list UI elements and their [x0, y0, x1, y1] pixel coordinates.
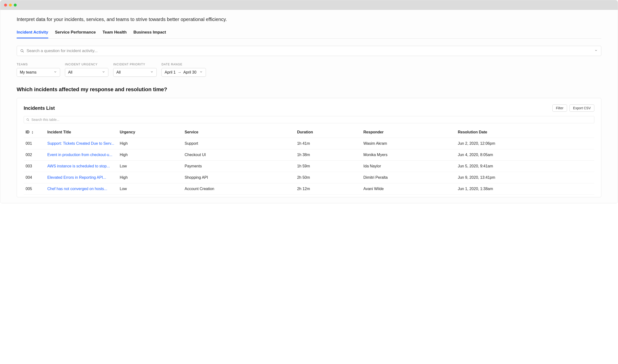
filter-button[interactable]: Filter: [552, 104, 567, 112]
col-resolution[interactable]: Resolution Date: [456, 127, 594, 138]
filter-daterange: DATE RANGE April 1 → April 30: [161, 63, 206, 77]
incidents-card: Incidents List Filter Export CSV ID ▲▼: [17, 98, 601, 197]
cell-title: Event in production from checkout-u...: [45, 149, 118, 161]
cell-title: Chef has not converged on hosts...: [45, 183, 118, 195]
col-id[interactable]: ID ▲▼: [24, 127, 45, 138]
page-subtitle: Interpret data for your incidents, servi…: [17, 17, 601, 22]
cell-title: Support: Tickets Created Due to Serv...: [45, 138, 118, 149]
svg-line-3: [28, 120, 29, 121]
section-title: Which incidents affected my response and…: [17, 86, 601, 93]
cell-id: 003: [24, 161, 45, 172]
filter-teams: TEAMS My teams: [17, 63, 60, 77]
table-row: 001Support: Tickets Created Due to Serv.…: [24, 138, 594, 149]
card-title: Incidents List: [24, 105, 55, 111]
chevron-down-icon: [150, 70, 154, 75]
urgency-dropdown[interactable]: All: [65, 68, 108, 77]
cell-service: Checkout UI: [183, 149, 295, 161]
titlebar: [0, 0, 618, 10]
cell-responder: Dimitri Peralta: [361, 172, 456, 183]
export-csv-button[interactable]: Export CSV: [569, 104, 594, 112]
table-row: 002Event in production from checkout-u..…: [24, 149, 594, 161]
cell-id: 004: [24, 172, 45, 183]
cell-duration: 1h 41m: [295, 138, 362, 149]
teams-dropdown[interactable]: My teams: [17, 68, 60, 77]
chevron-down-icon: [594, 49, 598, 53]
tab-incident-activity[interactable]: Incident Activity: [17, 28, 48, 38]
cell-responder: Wasim Akram: [361, 138, 456, 149]
card-header: Incidents List Filter Export CSV: [24, 104, 594, 112]
date-from: April 1: [165, 70, 175, 74]
incident-link[interactable]: Chef has not converged on hosts...: [47, 187, 107, 191]
col-responder[interactable]: Responder: [361, 127, 456, 138]
minimize-window-icon[interactable]: [9, 4, 12, 7]
dropdown-value: My teams: [20, 70, 37, 75]
filter-label: INCIDENT URGENCY: [65, 63, 108, 66]
filter-bar: TEAMS My teams INCIDENT URGENCY All INCI…: [17, 63, 601, 77]
window-controls: [4, 4, 17, 7]
question-search-input[interactable]: [27, 49, 594, 53]
cell-urgency: High: [118, 172, 183, 183]
chevron-down-icon: [102, 70, 105, 75]
table-row: 005Chef has not converged on hosts...Low…: [24, 183, 594, 195]
cell-urgency: High: [118, 138, 183, 149]
cell-resolution: Jun 5, 2020, 9:41am: [456, 161, 594, 172]
chevron-down-icon: [54, 70, 57, 75]
tab-bar: Incident Activity Service Performance Te…: [17, 28, 601, 39]
cell-urgency: Low: [118, 183, 183, 195]
col-duration[interactable]: Duration: [295, 127, 362, 138]
cell-resolution: Jun 9, 2020, 13:41pm: [456, 172, 594, 183]
maximize-window-icon[interactable]: [14, 4, 17, 7]
col-urgency[interactable]: Urgency: [118, 127, 183, 138]
incident-link[interactable]: Support: Tickets Created Due to Serv...: [47, 141, 114, 145]
cell-resolution: Jun 2, 2020, 12:06pm: [456, 138, 594, 149]
cell-duration: 2h 50m: [295, 172, 362, 183]
priority-dropdown[interactable]: All: [113, 68, 157, 77]
table-search[interactable]: [24, 116, 594, 123]
card-actions: Filter Export CSV: [552, 104, 594, 112]
table-row: 004Elevated Errors in Reporting API...Hi…: [24, 172, 594, 183]
tab-business-impact[interactable]: Business Impact: [134, 28, 166, 38]
col-label: ID: [26, 130, 29, 134]
close-window-icon[interactable]: [4, 4, 7, 7]
cell-urgency: High: [118, 149, 183, 161]
filter-label: DATE RANGE: [161, 63, 206, 66]
filter-label: TEAMS: [17, 63, 60, 66]
question-search[interactable]: [17, 46, 601, 56]
cell-service: Payments: [183, 161, 295, 172]
cell-id: 005: [24, 183, 45, 195]
app-window: Interpret data for your incidents, servi…: [0, 0, 618, 203]
cell-title: Elevated Errors in Reporting API...: [45, 172, 118, 183]
cell-responder: Ida Naylor: [361, 161, 456, 172]
dropdown-value: April 1 → April 30: [165, 70, 197, 75]
cell-urgency: Low: [118, 161, 183, 172]
cell-id: 001: [24, 138, 45, 149]
dropdown-value: All: [68, 70, 72, 75]
cell-service: Support: [183, 138, 295, 149]
svg-point-2: [27, 118, 29, 120]
col-title[interactable]: Incident Title: [45, 127, 118, 138]
incident-link[interactable]: Event in production from checkout-u...: [47, 153, 112, 157]
cell-responder: Monika Myers: [361, 149, 456, 161]
table-search-input[interactable]: [31, 118, 592, 122]
cell-duration: 1h 38m: [295, 149, 362, 161]
cell-title: AWS instance is scheduled to stop...: [45, 161, 118, 172]
sort-icon: ▲▼: [31, 131, 33, 134]
page-content: Interpret data for your incidents, servi…: [0, 10, 618, 203]
incident-link[interactable]: AWS instance is scheduled to stop...: [47, 164, 110, 168]
cell-duration: 2h 12m: [295, 183, 362, 195]
cell-responder: Avani Wilde: [361, 183, 456, 195]
date-to: April 30: [183, 70, 196, 74]
tab-service-performance[interactable]: Service Performance: [55, 28, 96, 38]
col-service[interactable]: Service: [183, 127, 295, 138]
daterange-dropdown[interactable]: April 1 → April 30: [161, 68, 206, 77]
cell-duration: 1h 59m: [295, 161, 362, 172]
svg-line-1: [23, 51, 24, 52]
table-header-row: ID ▲▼ Incident Title Urgency Service Dur…: [24, 127, 594, 138]
search-icon: [26, 118, 29, 121]
cell-resolution: Jun 1, 2020, 1:38am: [456, 183, 594, 195]
incident-link[interactable]: Elevated Errors in Reporting API...: [47, 175, 106, 180]
arrow-right-icon: →: [178, 70, 182, 74]
tab-team-health[interactable]: Team Health: [103, 28, 127, 38]
filter-priority: INCIDENT PRIORITY All: [113, 63, 157, 77]
cell-service: Shopping API: [183, 172, 295, 183]
